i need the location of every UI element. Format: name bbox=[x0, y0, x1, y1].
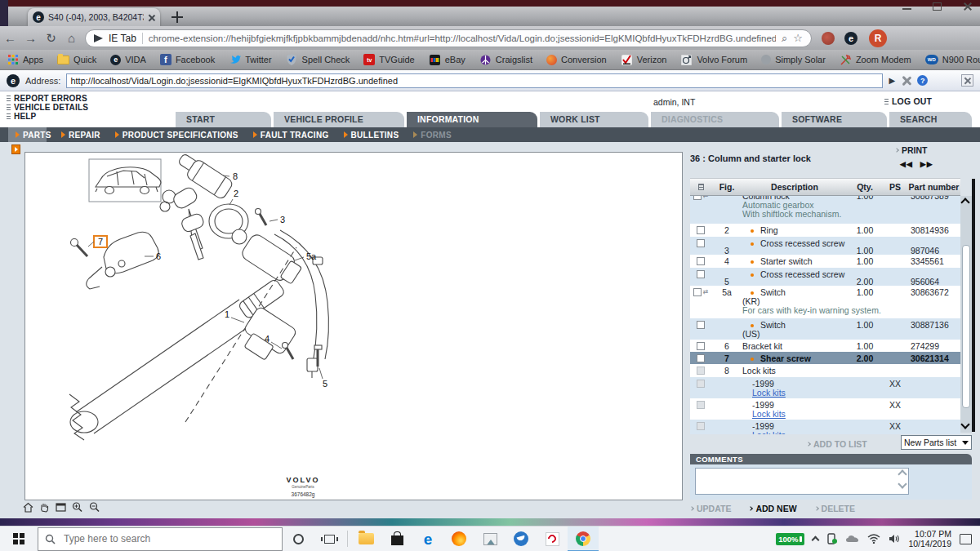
row-checkbox[interactable] bbox=[697, 342, 705, 350]
home-view-icon[interactable] bbox=[23, 502, 33, 513]
subnav-repair[interactable]: REPAIR bbox=[61, 131, 100, 140]
row-checkbox[interactable] bbox=[693, 196, 702, 200]
table-row-screw[interactable]: 5 Cross recessed screw 2.00 956064 bbox=[690, 268, 960, 286]
table-row-lock-kits-1999[interactable]: -1999 Lock kits XX bbox=[690, 398, 960, 420]
back-icon[interactable]: ← bbox=[0, 31, 20, 45]
search-input[interactable] bbox=[62, 532, 250, 545]
column-lock-diagram[interactable]: 8 2 3 5a 7 6 1 bbox=[25, 153, 682, 500]
page-scrollbar[interactable] bbox=[972, 179, 975, 432]
chrome-button-active[interactable] bbox=[568, 527, 599, 551]
header-ps[interactable]: PS bbox=[883, 179, 907, 195]
lock-kits-link[interactable]: Lock kits bbox=[752, 431, 847, 434]
lock-kits-link[interactable]: Lock kits bbox=[752, 410, 847, 419]
row-checkbox[interactable] bbox=[697, 321, 705, 329]
bookmark-quick[interactable]: Quick bbox=[57, 54, 96, 66]
subnav-bulletins[interactable]: BULLETINS bbox=[344, 131, 399, 140]
cortana-button[interactable] bbox=[283, 527, 314, 551]
fit-window-icon[interactable] bbox=[56, 502, 66, 513]
parts-diagram-panel[interactable]: 8 2 3 5a 7 6 1 bbox=[24, 152, 683, 500]
bookmark-star-icon[interactable]: ☆ bbox=[793, 32, 803, 44]
action-center-icon[interactable] bbox=[960, 534, 972, 544]
device-tray-icon[interactable] bbox=[826, 533, 837, 544]
scroll-down-icon[interactable] bbox=[960, 420, 969, 429]
ietab-address-input[interactable] bbox=[66, 73, 883, 88]
task-view-button[interactable] bbox=[314, 527, 345, 551]
settings-wrench-icon[interactable] bbox=[901, 75, 911, 86]
omnibox-url[interactable]: chrome-extension://hehijbfgiekmjfkfjpbkb… bbox=[149, 33, 776, 43]
comments-textarea[interactable] bbox=[695, 468, 909, 495]
tab-vehicle-profile[interactable]: VEHICLE PROFILE bbox=[274, 112, 404, 127]
table-row-bracket-kit[interactable]: 6 Bracket kit 1.00 274299 bbox=[690, 340, 960, 352]
taskbar-search[interactable] bbox=[38, 527, 283, 551]
bookmark-simplysolar[interactable]: Simply Solar bbox=[761, 55, 826, 64]
header-part-number[interactable]: Part number bbox=[907, 179, 960, 195]
subnav-product-specifications[interactable]: PRODUCT SPECIFICATIONS bbox=[115, 131, 238, 140]
table-row-shear-screw-selected[interactable]: 7 Shear screw 2.00 30621314 bbox=[690, 352, 960, 364]
table-row-lock-kits-1999[interactable]: -1999 Lock kits XX bbox=[690, 420, 960, 434]
bookmark-volvoforum[interactable]: Volvo Forum bbox=[680, 54, 747, 66]
row-checkbox[interactable] bbox=[693, 288, 702, 296]
file-explorer-button[interactable] bbox=[350, 527, 381, 551]
panel-expander-button[interactable] bbox=[11, 144, 20, 154]
volume-icon[interactable] bbox=[889, 534, 900, 544]
table-row-starter-switch[interactable]: 4 Starter switch 1.00 3345561 bbox=[690, 255, 960, 268]
photo-viewer-button[interactable] bbox=[474, 527, 506, 551]
battery-badge[interactable]: 100% bbox=[776, 533, 804, 545]
bookmark-ebay[interactable]: eBay bbox=[429, 54, 466, 66]
zoom-icon[interactable]: ⌕ bbox=[782, 32, 787, 45]
table-row-ring[interactable]: 2 Ring 1.00 30814936 bbox=[690, 224, 960, 237]
parts-list-select[interactable]: New Parts list bbox=[901, 435, 972, 450]
thunderbird-button[interactable] bbox=[506, 527, 537, 551]
pan-hand-icon[interactable] bbox=[39, 502, 50, 513]
table-row-screw[interactable]: 3 Cross recessed screw 1.00 987046 bbox=[690, 237, 960, 255]
report-errors-link[interactable]: REPORT ERRORS bbox=[7, 94, 88, 102]
go-icon[interactable]: ▶ bbox=[889, 76, 895, 85]
bookmark-verizon[interactable]: Verizon bbox=[621, 54, 667, 66]
wifi-icon[interactable] bbox=[867, 534, 880, 544]
bookmark-apps[interactable]: Apps bbox=[7, 54, 43, 66]
table-scrollbar[interactable] bbox=[960, 196, 972, 433]
subnav-parts-active[interactable]: PARTS bbox=[8, 127, 47, 142]
hidden-icons-caret[interactable] bbox=[812, 536, 820, 544]
row-checkbox[interactable] bbox=[697, 270, 705, 278]
zoom-out-icon[interactable] bbox=[89, 502, 100, 513]
subnav-fault-tracing[interactable]: FAULT TRACING bbox=[253, 131, 329, 140]
onedrive-cloud-icon[interactable] bbox=[845, 534, 859, 544]
home-icon[interactable]: ⌂ bbox=[61, 31, 82, 45]
bookmark-tvguide[interactable]: tv TVGuide bbox=[363, 54, 414, 65]
table-row-switch-kr[interactable]: ⇄ 5a Switch (KR) For cars with key-in wa… bbox=[690, 286, 960, 318]
bookmark-twitter[interactable]: Twitter bbox=[229, 54, 271, 66]
next-figure-icon[interactable]: ▶▶ bbox=[920, 160, 933, 168]
tab-work-list[interactable]: WORK LIST bbox=[540, 112, 648, 127]
header-select-column[interactable] bbox=[690, 179, 711, 195]
table-row-switch-us[interactable]: Switch (US) 1.00 30887136 bbox=[690, 318, 960, 340]
header-description[interactable]: Description bbox=[742, 179, 847, 195]
reload-icon[interactable]: ↻ bbox=[41, 31, 61, 46]
zoom-in-icon[interactable] bbox=[72, 502, 83, 513]
profile-avatar[interactable]: R bbox=[869, 29, 887, 47]
scrollbar-thumb[interactable] bbox=[962, 245, 970, 408]
clock[interactable]: 10:07 PM 10/14/2019 bbox=[908, 529, 951, 549]
add-new-button[interactable]: ADD NEW bbox=[749, 504, 796, 513]
tab-software[interactable]: SOFTWARE bbox=[782, 112, 887, 127]
maximize-icon[interactable] bbox=[933, 2, 942, 11]
store-button[interactable] bbox=[381, 527, 412, 551]
acrobat-button[interactable] bbox=[537, 527, 568, 551]
tab-information[interactable]: INFORMATION bbox=[407, 112, 537, 127]
bookmark-conversion[interactable]: Conversion bbox=[546, 55, 607, 65]
row-checkbox[interactable] bbox=[697, 257, 705, 265]
bookmark-facebook[interactable]: f Facebook bbox=[160, 54, 215, 65]
bookmark-spellcheck[interactable]: Spell Check bbox=[286, 54, 350, 66]
bookmark-zoommodem[interactable]: Zoom Modem bbox=[840, 54, 911, 66]
header-qty[interactable]: Qty. bbox=[847, 179, 883, 195]
print-button[interactable]: PRINT bbox=[895, 145, 928, 155]
row-checkbox[interactable] bbox=[697, 239, 705, 247]
tab-search[interactable]: SEARCH bbox=[889, 112, 972, 127]
ietab-toolbar-icon[interactable]: e bbox=[844, 32, 858, 45]
address-bar[interactable]: IE Tab chrome-extension://hehijbfgiekmjf… bbox=[85, 29, 812, 47]
extension-icon[interactable] bbox=[822, 32, 835, 45]
tab-close-icon[interactable] bbox=[148, 14, 155, 21]
tab-start[interactable]: START bbox=[176, 112, 271, 127]
table-row-lock-kits-1999[interactable]: -1999 Lock kits XX bbox=[690, 377, 960, 398]
help-icon[interactable]: ? bbox=[917, 75, 928, 86]
